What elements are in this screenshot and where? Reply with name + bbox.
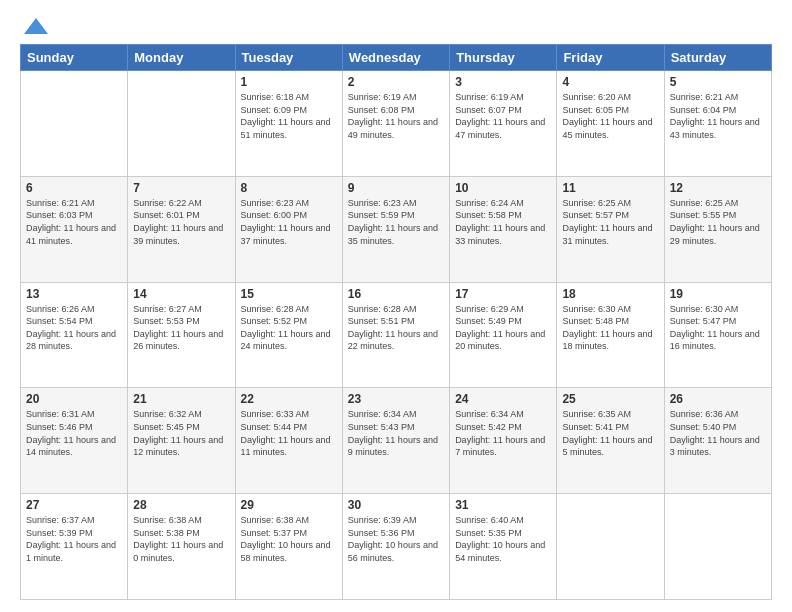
calendar-cell: 13Sunrise: 6:26 AMSunset: 5:54 PMDayligh…: [21, 282, 128, 388]
day-info: Sunrise: 6:23 AMSunset: 6:00 PMDaylight:…: [241, 197, 337, 247]
day-number: 1: [241, 75, 337, 89]
day-number: 20: [26, 392, 122, 406]
day-number: 24: [455, 392, 551, 406]
calendar-cell: 6Sunrise: 6:21 AMSunset: 6:03 PMDaylight…: [21, 176, 128, 282]
calendar-cell: 24Sunrise: 6:34 AMSunset: 5:42 PMDayligh…: [450, 388, 557, 494]
calendar-cell: 21Sunrise: 6:32 AMSunset: 5:45 PMDayligh…: [128, 388, 235, 494]
calendar-cell: 31Sunrise: 6:40 AMSunset: 5:35 PMDayligh…: [450, 494, 557, 600]
calendar-cell: 4Sunrise: 6:20 AMSunset: 6:05 PMDaylight…: [557, 71, 664, 177]
day-number: 12: [670, 181, 766, 195]
day-info: Sunrise: 6:21 AMSunset: 6:03 PMDaylight:…: [26, 197, 122, 247]
calendar-cell: 22Sunrise: 6:33 AMSunset: 5:44 PMDayligh…: [235, 388, 342, 494]
day-number: 17: [455, 287, 551, 301]
day-info: Sunrise: 6:23 AMSunset: 5:59 PMDaylight:…: [348, 197, 444, 247]
day-info: Sunrise: 6:28 AMSunset: 5:52 PMDaylight:…: [241, 303, 337, 353]
calendar-cell: 12Sunrise: 6:25 AMSunset: 5:55 PMDayligh…: [664, 176, 771, 282]
day-info: Sunrise: 6:38 AMSunset: 5:37 PMDaylight:…: [241, 514, 337, 564]
calendar-cell: 11Sunrise: 6:25 AMSunset: 5:57 PMDayligh…: [557, 176, 664, 282]
day-number: 5: [670, 75, 766, 89]
calendar-cell: 3Sunrise: 6:19 AMSunset: 6:07 PMDaylight…: [450, 71, 557, 177]
day-number: 27: [26, 498, 122, 512]
day-number: 21: [133, 392, 229, 406]
day-number: 9: [348, 181, 444, 195]
calendar-cell: 18Sunrise: 6:30 AMSunset: 5:48 PMDayligh…: [557, 282, 664, 388]
calendar-week-5: 27Sunrise: 6:37 AMSunset: 5:39 PMDayligh…: [21, 494, 772, 600]
logo-icon: [22, 16, 50, 38]
day-number: 14: [133, 287, 229, 301]
day-info: Sunrise: 6:30 AMSunset: 5:48 PMDaylight:…: [562, 303, 658, 353]
calendar-cell: 7Sunrise: 6:22 AMSunset: 6:01 PMDaylight…: [128, 176, 235, 282]
day-number: 8: [241, 181, 337, 195]
day-number: 25: [562, 392, 658, 406]
day-info: Sunrise: 6:20 AMSunset: 6:05 PMDaylight:…: [562, 91, 658, 141]
day-info: Sunrise: 6:32 AMSunset: 5:45 PMDaylight:…: [133, 408, 229, 458]
calendar-cell: 20Sunrise: 6:31 AMSunset: 5:46 PMDayligh…: [21, 388, 128, 494]
day-info: Sunrise: 6:34 AMSunset: 5:42 PMDaylight:…: [455, 408, 551, 458]
logo: [20, 16, 50, 34]
day-info: Sunrise: 6:38 AMSunset: 5:38 PMDaylight:…: [133, 514, 229, 564]
day-info: Sunrise: 6:34 AMSunset: 5:43 PMDaylight:…: [348, 408, 444, 458]
day-info: Sunrise: 6:31 AMSunset: 5:46 PMDaylight:…: [26, 408, 122, 458]
day-info: Sunrise: 6:21 AMSunset: 6:04 PMDaylight:…: [670, 91, 766, 141]
calendar-cell: 25Sunrise: 6:35 AMSunset: 5:41 PMDayligh…: [557, 388, 664, 494]
page: SundayMondayTuesdayWednesdayThursdayFrid…: [0, 0, 792, 612]
calendar-cell: 29Sunrise: 6:38 AMSunset: 5:37 PMDayligh…: [235, 494, 342, 600]
day-info: Sunrise: 6:25 AMSunset: 5:57 PMDaylight:…: [562, 197, 658, 247]
day-number: 13: [26, 287, 122, 301]
day-info: Sunrise: 6:24 AMSunset: 5:58 PMDaylight:…: [455, 197, 551, 247]
day-number: 3: [455, 75, 551, 89]
calendar-cell: 28Sunrise: 6:38 AMSunset: 5:38 PMDayligh…: [128, 494, 235, 600]
calendar-header-row: SundayMondayTuesdayWednesdayThursdayFrid…: [21, 45, 772, 71]
weekday-header-sunday: Sunday: [21, 45, 128, 71]
day-number: 18: [562, 287, 658, 301]
day-info: Sunrise: 6:35 AMSunset: 5:41 PMDaylight:…: [562, 408, 658, 458]
calendar-week-1: 1Sunrise: 6:18 AMSunset: 6:09 PMDaylight…: [21, 71, 772, 177]
calendar-cell: [21, 71, 128, 177]
day-info: Sunrise: 6:28 AMSunset: 5:51 PMDaylight:…: [348, 303, 444, 353]
day-number: 11: [562, 181, 658, 195]
day-info: Sunrise: 6:40 AMSunset: 5:35 PMDaylight:…: [455, 514, 551, 564]
calendar-cell: 1Sunrise: 6:18 AMSunset: 6:09 PMDaylight…: [235, 71, 342, 177]
weekday-header-wednesday: Wednesday: [342, 45, 449, 71]
day-info: Sunrise: 6:37 AMSunset: 5:39 PMDaylight:…: [26, 514, 122, 564]
day-info: Sunrise: 6:22 AMSunset: 6:01 PMDaylight:…: [133, 197, 229, 247]
weekday-header-friday: Friday: [557, 45, 664, 71]
weekday-header-tuesday: Tuesday: [235, 45, 342, 71]
calendar-cell: [664, 494, 771, 600]
day-number: 16: [348, 287, 444, 301]
day-number: 15: [241, 287, 337, 301]
day-info: Sunrise: 6:26 AMSunset: 5:54 PMDaylight:…: [26, 303, 122, 353]
weekday-header-saturday: Saturday: [664, 45, 771, 71]
svg-marker-0: [24, 18, 48, 34]
calendar-week-4: 20Sunrise: 6:31 AMSunset: 5:46 PMDayligh…: [21, 388, 772, 494]
calendar-cell: 16Sunrise: 6:28 AMSunset: 5:51 PMDayligh…: [342, 282, 449, 388]
calendar-week-2: 6Sunrise: 6:21 AMSunset: 6:03 PMDaylight…: [21, 176, 772, 282]
day-number: 2: [348, 75, 444, 89]
day-info: Sunrise: 6:36 AMSunset: 5:40 PMDaylight:…: [670, 408, 766, 458]
day-info: Sunrise: 6:30 AMSunset: 5:47 PMDaylight:…: [670, 303, 766, 353]
day-info: Sunrise: 6:33 AMSunset: 5:44 PMDaylight:…: [241, 408, 337, 458]
day-info: Sunrise: 6:19 AMSunset: 6:07 PMDaylight:…: [455, 91, 551, 141]
day-number: 19: [670, 287, 766, 301]
day-info: Sunrise: 6:18 AMSunset: 6:09 PMDaylight:…: [241, 91, 337, 141]
calendar-cell: 9Sunrise: 6:23 AMSunset: 5:59 PMDaylight…: [342, 176, 449, 282]
calendar-cell: 14Sunrise: 6:27 AMSunset: 5:53 PMDayligh…: [128, 282, 235, 388]
day-number: 26: [670, 392, 766, 406]
day-info: Sunrise: 6:27 AMSunset: 5:53 PMDaylight:…: [133, 303, 229, 353]
calendar-cell: [557, 494, 664, 600]
day-number: 22: [241, 392, 337, 406]
calendar: SundayMondayTuesdayWednesdayThursdayFrid…: [20, 44, 772, 600]
calendar-cell: 10Sunrise: 6:24 AMSunset: 5:58 PMDayligh…: [450, 176, 557, 282]
day-info: Sunrise: 6:29 AMSunset: 5:49 PMDaylight:…: [455, 303, 551, 353]
day-number: 28: [133, 498, 229, 512]
calendar-week-3: 13Sunrise: 6:26 AMSunset: 5:54 PMDayligh…: [21, 282, 772, 388]
calendar-cell: 30Sunrise: 6:39 AMSunset: 5:36 PMDayligh…: [342, 494, 449, 600]
calendar-cell: 15Sunrise: 6:28 AMSunset: 5:52 PMDayligh…: [235, 282, 342, 388]
calendar-cell: 8Sunrise: 6:23 AMSunset: 6:00 PMDaylight…: [235, 176, 342, 282]
day-number: 6: [26, 181, 122, 195]
weekday-header-thursday: Thursday: [450, 45, 557, 71]
weekday-header-monday: Monday: [128, 45, 235, 71]
day-number: 29: [241, 498, 337, 512]
calendar-cell: 5Sunrise: 6:21 AMSunset: 6:04 PMDaylight…: [664, 71, 771, 177]
calendar-cell: 19Sunrise: 6:30 AMSunset: 5:47 PMDayligh…: [664, 282, 771, 388]
